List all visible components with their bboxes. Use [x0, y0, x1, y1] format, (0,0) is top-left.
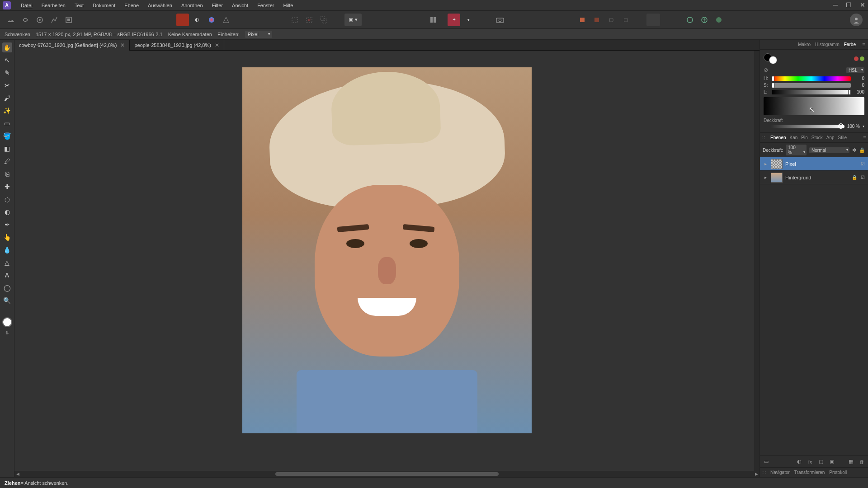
assist-icon[interactable]: ✦	[448, 14, 460, 26]
maximize-icon[interactable]: ☐	[846, 1, 852, 9]
close-icon[interactable]: ✕	[860, 1, 865, 9]
selection-intersect-icon[interactable]	[317, 14, 330, 26]
tab-protokoll[interactable]: Protokoll	[829, 470, 847, 475]
menu-dokument[interactable]: Dokument	[88, 0, 120, 11]
autocolor-icon[interactable]	[176, 14, 189, 26]
add-layer-icon[interactable]	[576, 14, 589, 26]
foreground-color-swatch[interactable]	[2, 317, 12, 327]
crop-dd-icon[interactable]: ▣ ▾	[344, 14, 362, 26]
horizontal-scrollbar[interactable]: ◀ ▶	[14, 471, 760, 477]
pen-tool-icon[interactable]: ✒	[2, 220, 12, 230]
layers-panel-menu-icon[interactable]: ≡	[863, 135, 866, 141]
layer-visibility-icon[interactable]: ☑	[860, 161, 865, 167]
minimize-icon[interactable]: ─	[833, 1, 838, 9]
tab-farbe[interactable]: Farbe	[844, 42, 856, 47]
stamp-tool-icon[interactable]: ⎘	[2, 169, 12, 179]
persona-liquify-icon[interactable]	[19, 14, 32, 26]
tab-anp[interactable]: Anp	[826, 135, 835, 140]
blur-tool-icon[interactable]: 💧	[2, 245, 12, 255]
add-pixel-layer-icon[interactable]: ▦	[847, 458, 854, 465]
marquee-tool-icon[interactable]: ▭	[2, 118, 12, 128]
snapshot-icon[interactable]	[494, 14, 506, 26]
fg-bg-swatches[interactable]	[764, 53, 777, 64]
hand-tool-icon[interactable]: ✋	[2, 42, 12, 52]
heal-tool-icon[interactable]: ✚	[2, 182, 12, 192]
menu-filter[interactable]: Filter	[208, 0, 227, 11]
menu-ansicht[interactable]: Ansicht	[227, 0, 253, 11]
autocontrast-icon[interactable]	[220, 14, 232, 26]
layer-expand-icon[interactable]: ▸	[763, 161, 768, 167]
text-tool-icon[interactable]: A	[2, 270, 12, 280]
scroll-left-icon[interactable]: ◀	[14, 472, 21, 476]
zoom-tool-icon[interactable]: 🔍	[2, 296, 12, 305]
add-mask-icon[interactable]: ▢	[817, 458, 825, 465]
selection-brush-tool-icon[interactable]: 🖌	[2, 93, 12, 103]
tab-2-close-icon[interactable]: ✕	[215, 40, 219, 51]
opacity-slider[interactable]: 100 % ▾	[764, 124, 864, 129]
swap-colors-icon[interactable]: ⇅	[5, 331, 9, 335]
selection-new-icon[interactable]	[288, 14, 301, 26]
vertical-scrollbar[interactable]	[754, 51, 760, 471]
menu-auswaehlen[interactable]: Auswählen	[143, 0, 177, 11]
menu-fenster[interactable]: Fenster	[253, 0, 278, 11]
flood-fill-tool-icon[interactable]: 🪣	[2, 131, 12, 141]
crop-tool-icon[interactable]: ✂	[2, 80, 12, 90]
xor-layer-icon[interactable]: ▢	[619, 14, 632, 26]
menu-ebene[interactable]: Ebene	[120, 0, 143, 11]
wand-tool-icon[interactable]: ✨	[2, 106, 12, 116]
document-tab-1[interactable]: cowboy-67630_1920.jpg [Geändert] (42,8%)…	[14, 40, 130, 51]
menu-bearbeiten[interactable]: Bearbeiten	[37, 0, 70, 11]
scroll-thumb[interactable]	[275, 472, 499, 476]
tab-ebenen[interactable]: Ebenen	[770, 135, 786, 140]
gradient-preview[interactable]: ↖	[764, 97, 864, 115]
shape-tool-icon[interactable]: ◯	[2, 283, 12, 293]
scroll-right-icon[interactable]: ▶	[753, 472, 760, 476]
colorwheel-icon[interactable]	[205, 14, 218, 26]
assist-dd-icon[interactable]: ▾	[462, 14, 475, 26]
canvas[interactable]: ◀ ▶	[14, 51, 760, 477]
add-adjustment-icon[interactable]: ◐	[796, 458, 803, 465]
tab-stile[interactable]: Stile	[838, 135, 847, 140]
group-layers-icon[interactable]: ▣	[828, 458, 835, 465]
lightness-slider[interactable]: L: 100	[764, 89, 864, 94]
tab-navigator[interactable]: Navigator	[770, 470, 790, 475]
subtract-layer-icon[interactable]	[590, 14, 603, 26]
arrange-icon[interactable]	[427, 14, 439, 26]
sync-icon-2[interactable]	[698, 14, 711, 26]
delete-layer-icon[interactable]: 🗑	[858, 458, 865, 465]
tab-1-close-icon[interactable]: ✕	[120, 40, 125, 51]
mask-layer-icon[interactable]: ▭	[763, 458, 770, 465]
recent-colors[interactable]	[854, 56, 864, 61]
hue-slider[interactable]: H: 0	[764, 76, 864, 81]
eraser-tool-icon[interactable]: ◌	[2, 194, 12, 204]
brush-tool-icon[interactable]: 🖊	[2, 156, 12, 166]
layer-lock-indicator-icon[interactable]: 🔒	[852, 175, 857, 180]
layers-collapse-icon[interactable]: ⸬	[762, 135, 765, 141]
saturation-slider[interactable]: S: 0	[764, 83, 864, 88]
tab-makro[interactable]: Makro	[798, 42, 811, 47]
layer-expand-icon-2[interactable]: ▸	[763, 175, 768, 180]
persona-tone-icon[interactable]	[48, 14, 61, 26]
persona-develop-icon[interactable]	[33, 14, 46, 26]
tab-kan[interactable]: Kan	[789, 135, 797, 140]
layer-fx-icon[interactable]: ✲	[852, 147, 856, 153]
intersect-layer-icon[interactable]: ▢	[605, 14, 618, 26]
tab-transformieren[interactable]: Transformieren	[794, 470, 825, 475]
color-model-select[interactable]: HSL	[846, 67, 864, 73]
sync-icon-1[interactable]	[684, 14, 696, 26]
move-tool-icon[interactable]: ↖	[2, 55, 12, 65]
layer-row-pixel[interactable]: ▸ Pixel ☑	[760, 157, 868, 171]
account-avatar-icon[interactable]	[850, 14, 863, 26]
layer-lock-icon[interactable]: 🔒	[859, 147, 865, 153]
sharpen-tool-icon[interactable]: △	[2, 258, 12, 267]
tab-stock[interactable]: Stock	[811, 135, 823, 140]
sync-icon-3[interactable]	[712, 14, 725, 26]
selection-add-icon[interactable]: ✕	[303, 14, 316, 26]
gradient-tool-icon[interactable]: ◧	[2, 144, 12, 154]
menu-text[interactable]: Text	[70, 0, 88, 11]
none-color-icon[interactable]: ⊘	[764, 67, 768, 73]
add-fx-icon[interactable]: fx	[807, 458, 814, 465]
bottom-collapse-icon[interactable]: ⸬	[763, 470, 766, 475]
document-tab-2[interactable]: people-2583848_1920.jpg (42,8%) ✕	[130, 40, 224, 51]
tab-pin[interactable]: Pin	[801, 135, 807, 140]
